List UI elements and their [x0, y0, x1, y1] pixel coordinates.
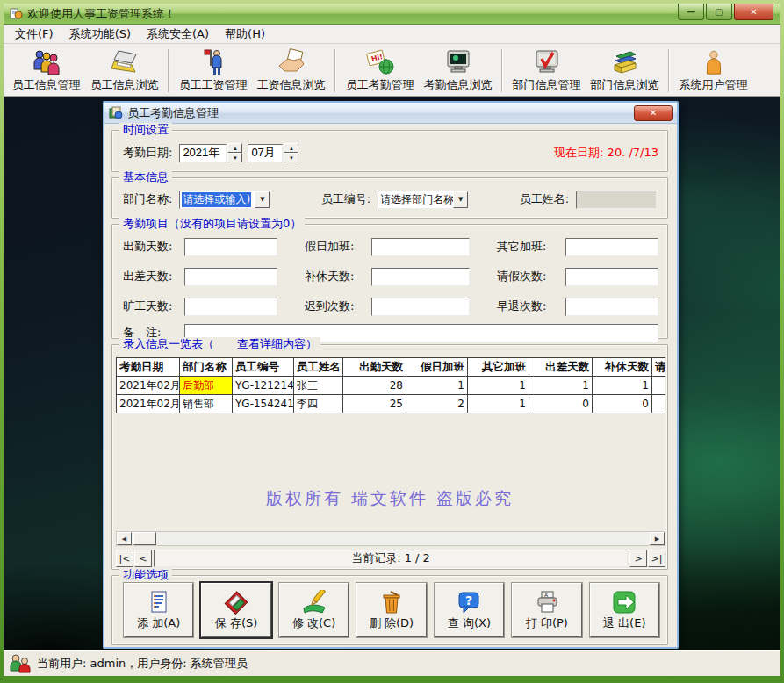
close-button[interactable]: ✕: [734, 4, 773, 20]
other-overtime-input[interactable]: [565, 238, 658, 256]
scroll-right-icon[interactable]: ▶: [650, 532, 665, 545]
cell[interactable]: 1: [468, 377, 529, 395]
col-department[interactable]: 部门名称: [180, 358, 233, 377]
group-legend: 基本信息: [119, 170, 172, 184]
query-icon: ?: [457, 590, 481, 615]
cell[interactable]: 1: [406, 377, 468, 395]
toolbar-label: 员工工资管理: [179, 77, 248, 93]
month-input[interactable]: [248, 144, 283, 162]
cell[interactable]: 销售部: [180, 395, 233, 413]
early-leave-input[interactable]: [565, 298, 658, 316]
cell[interactable]: [652, 395, 666, 413]
scroll-left-icon[interactable]: ◀: [117, 532, 132, 545]
cell[interactable]: YG-121214: [233, 377, 294, 395]
modify-button[interactable]: 修 改(C): [279, 583, 349, 637]
cell[interactable]: 2: [406, 395, 468, 413]
exit-button[interactable]: 退 出(E): [590, 583, 659, 637]
cell[interactable]: YG-1542415: [233, 395, 294, 413]
holiday-overtime-input[interactable]: [371, 238, 470, 256]
books-icon: [611, 48, 639, 76]
toolbar-attendance-manage[interactable]: Hi! 员工考勤管理: [341, 46, 419, 96]
svg-text:?: ?: [465, 593, 472, 608]
col-holiday-overtime[interactable]: 假日加班: [406, 358, 468, 377]
col-other-overtime[interactable]: 其它加班: [468, 358, 529, 377]
cell[interactable]: 1: [529, 377, 593, 395]
col-attendance-date[interactable]: 考勤日期: [117, 358, 180, 377]
toolbar: 员工信息管理 员工信息浏览 员工工资管理: [4, 44, 780, 97]
scrollbar-track[interactable]: [132, 532, 650, 545]
maximize-button[interactable]: ▢: [706, 4, 732, 20]
save-button[interactable]: 保 存(S): [201, 583, 270, 637]
late-count-input[interactable]: [371, 298, 470, 316]
cell[interactable]: 张三: [294, 377, 343, 395]
leave-count-input[interactable]: [565, 268, 658, 286]
cell[interactable]: 25: [343, 395, 406, 413]
work-days-input[interactable]: [184, 238, 277, 256]
delete-button[interactable]: 删 除(D): [356, 583, 426, 637]
col-comp-rest[interactable]: 补休天数: [593, 358, 652, 377]
prev-record-button[interactable]: <: [134, 550, 152, 567]
toolbar-employee-salary-manage[interactable]: 员工工资管理: [174, 46, 252, 96]
scrollbar-thumb[interactable]: [133, 532, 156, 545]
toolbar-employee-info-manage[interactable]: 员工信息管理: [7, 46, 85, 96]
employee-no-label: 员工编号:: [321, 191, 370, 207]
window-titlebar: 欢迎使用人事工资管理系统！ — ▢ ✕: [4, 4, 780, 25]
cell[interactable]: 1: [468, 395, 529, 413]
col-employee-no[interactable]: 员工编号: [233, 358, 294, 377]
dialog-close-button[interactable]: ✕: [634, 105, 673, 121]
year-spin-down-icon[interactable]: ▼: [227, 153, 242, 162]
col-employee-name[interactable]: 员工姓名: [294, 358, 343, 377]
col-business-trip[interactable]: 出差天数: [529, 358, 593, 377]
leave-count-label: 请假次数:: [497, 269, 565, 284]
next-record-button[interactable]: >: [629, 550, 647, 567]
print-button[interactable]: A 打 印(P): [512, 583, 581, 637]
month-spin-up-icon[interactable]: ▲: [284, 143, 298, 153]
month-spinner: ▲ ▼: [284, 143, 298, 162]
last-record-button[interactable]: >|: [648, 550, 665, 567]
table-row[interactable]: 2021年02月 后勤部 YG-121214 张三 28 1 1 1 1: [117, 377, 666, 395]
cell-highlighted[interactable]: 后勤部: [180, 377, 233, 395]
group-legend: 功能选项: [119, 568, 172, 582]
toolbar-separator: [668, 49, 670, 92]
cell[interactable]: [652, 377, 666, 395]
query-button[interactable]: ? 查 询(X): [435, 583, 504, 637]
toolbar-attendance-info-browse[interactable]: 考勤信息浏览: [419, 46, 497, 96]
cell[interactable]: 0: [529, 395, 593, 413]
horizontal-scrollbar[interactable]: ◀ ▶: [116, 531, 665, 546]
col-work-days[interactable]: 出勤天数: [343, 358, 406, 377]
toolbar-salary-info-browse[interactable]: 工资信息浏览: [252, 46, 330, 96]
menu-system-functions[interactable]: 系统功能(S): [61, 25, 139, 44]
menu-system-security[interactable]: 系统安全(A): [139, 25, 217, 44]
year-input[interactable]: [179, 144, 227, 162]
add-button[interactable]: 添 加(A): [124, 583, 193, 637]
toolbar-department-manage[interactable]: 部门信息管理: [507, 46, 586, 96]
dialog-titlebar[interactable]: 员工考勤信息管理 ✕: [104, 103, 677, 124]
cell[interactable]: 0: [593, 395, 652, 413]
business-trip-input[interactable]: [184, 268, 277, 286]
group-legend: 时间设置: [119, 123, 172, 137]
menu-help[interactable]: 帮助(H): [217, 25, 273, 44]
toolbar-system-user-manage[interactable]: 系统用户管理: [674, 46, 752, 96]
group-attendance-items: 考勤项目（没有的项目请设置为0） 出勤天数: 假日加班: 其它加班: 出差天数:…: [111, 224, 668, 339]
year-spin-up-icon[interactable]: ▲: [227, 143, 242, 153]
table-row[interactable]: 2021年02月 销售部 YG-1542415 李四 25 2 1 0 0: [117, 395, 666, 413]
first-record-button[interactable]: |<: [116, 550, 133, 567]
cell[interactable]: 2021年02月: [117, 377, 180, 395]
cell[interactable]: 28: [343, 377, 406, 395]
cell[interactable]: 李四: [294, 395, 343, 413]
absent-days-input[interactable]: [184, 298, 277, 316]
chevron-down-icon[interactable]: ▼: [255, 191, 270, 208]
cell[interactable]: 2021年02月: [117, 395, 180, 413]
chevron-down-icon[interactable]: ▼: [453, 191, 468, 208]
col-leave-truncated[interactable]: 请: [652, 358, 666, 377]
group-time-settings: 时间设置 考勤日期: ▲ ▼ ▲ ▼: [111, 130, 668, 172]
employee-no-combobox[interactable]: 请选择部门名称 ▼: [378, 191, 469, 209]
minimize-button[interactable]: —: [678, 4, 704, 20]
comp-rest-input[interactable]: [371, 268, 470, 286]
menu-file[interactable]: 文件(F): [7, 25, 61, 44]
toolbar-employee-info-browse[interactable]: 员工信息浏览: [85, 46, 163, 96]
cell[interactable]: 1: [593, 377, 652, 395]
month-spin-down-icon[interactable]: ▼: [284, 153, 298, 162]
department-combobox[interactable]: 请选择或输入) ▼: [179, 191, 270, 209]
toolbar-department-browse[interactable]: 部门信息浏览: [586, 46, 664, 96]
